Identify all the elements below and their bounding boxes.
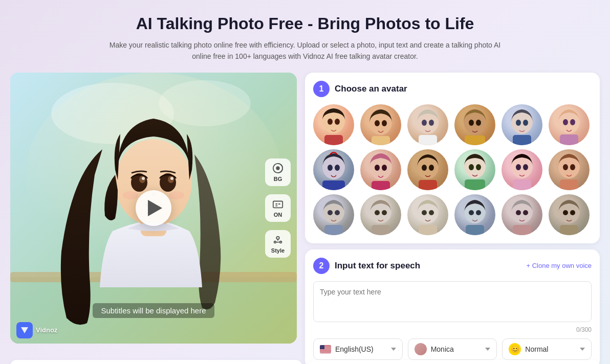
svg-point-84 — [476, 210, 481, 215]
avatar-2[interactable] — [360, 104, 401, 145]
avatar-1[interactable] — [313, 104, 354, 145]
avatar-15-img — [407, 194, 448, 235]
emotion-dropdown[interactable]: 😊 Normal — [502, 338, 592, 360]
avatar-3[interactable] — [407, 104, 448, 145]
language-dropdown[interactable]: English(US) — [313, 338, 403, 360]
svg-point-80 — [429, 210, 434, 215]
vidnoz-logo-icon — [19, 325, 30, 335]
svg-point-34 — [464, 109, 486, 134]
avatar-5[interactable] — [502, 104, 542, 145]
avatar-6-img — [549, 104, 590, 145]
svg-point-21 — [280, 241, 282, 243]
avatar-12[interactable] — [549, 149, 590, 190]
emotion-icon: 😊 — [509, 343, 521, 355]
steps-panel: 1 Choose an avatar — [305, 73, 600, 352]
avatar-16-img — [454, 194, 495, 235]
svg-point-19 — [276, 236, 279, 239]
svg-rect-49 — [322, 180, 345, 190]
avatar-15[interactable] — [407, 194, 448, 235]
avatar-18-img — [549, 194, 590, 235]
bg-icon — [272, 163, 284, 174]
avatar-7-img — [313, 149, 354, 190]
bg-label: BG — [274, 176, 282, 182]
svg-point-64 — [523, 164, 528, 170]
svg-point-28 — [382, 120, 387, 126]
play-button[interactable] — [136, 190, 171, 226]
avatar-14-img — [360, 194, 401, 235]
svg-point-83 — [469, 210, 474, 215]
avatar-4-img — [454, 104, 495, 145]
char-count: 0/300 — [313, 326, 592, 333]
cc-control-btn[interactable]: ON — [265, 194, 291, 222]
clone-voice-button[interactable]: + Clone my own voice — [526, 262, 592, 269]
us-flag — [320, 345, 331, 353]
avatar-10[interactable] — [454, 149, 495, 190]
svg-point-87 — [516, 210, 521, 215]
svg-point-20 — [274, 241, 276, 243]
avatar-9-img — [407, 149, 448, 190]
avatar-7[interactable] — [313, 149, 354, 190]
avatar-17[interactable] — [502, 194, 542, 235]
svg-rect-98 — [320, 349, 331, 350]
voice-dropdown[interactable]: Monica — [408, 338, 497, 360]
svg-point-44 — [570, 119, 575, 125]
language-chevron — [391, 348, 396, 351]
svg-point-23 — [328, 119, 333, 125]
logo-icon — [16, 322, 33, 338]
unlock-voice-card[interactable]: ⭐ PRO Unlock voice limits — [308, 360, 600, 364]
svg-point-72 — [335, 210, 340, 215]
bg-control-btn[interactable]: BG — [265, 158, 291, 186]
speech-text-input[interactable] — [313, 281, 592, 322]
avatar-12-img — [549, 149, 590, 190]
svg-point-48 — [335, 165, 340, 171]
svg-point-68 — [570, 164, 575, 170]
logo-text: Vidnoz — [36, 326, 57, 334]
svg-point-59 — [469, 164, 474, 170]
subtitles-bar: Subtitles will be displayed here — [10, 303, 297, 318]
svg-point-13 — [170, 177, 173, 180]
svg-rect-57 — [419, 180, 437, 190]
avatar-4[interactable] — [454, 104, 495, 145]
style-control-btn[interactable]: Style — [265, 230, 291, 258]
avatar-17-img — [502, 194, 542, 235]
svg-point-63 — [516, 164, 521, 170]
svg-rect-25 — [324, 135, 343, 145]
logo-watermark: Vidnoz — [16, 322, 57, 338]
step1-number: 1 — [313, 81, 330, 97]
cc-icon — [272, 198, 284, 210]
svg-point-36 — [476, 120, 481, 126]
avatar-14[interactable] — [360, 194, 401, 235]
avatar-13[interactable] — [313, 194, 354, 235]
avatar-13-img — [313, 194, 354, 235]
voice-value: Monica — [431, 345, 482, 353]
remove-watermark-card[interactable]: ⭐ PRO Remove watermark — [10, 360, 302, 364]
avatar-3-img — [407, 104, 448, 145]
emotion-emoji: 😊 — [511, 345, 519, 353]
avatar-8[interactable] — [360, 149, 401, 190]
avatar-6[interactable] — [549, 104, 590, 145]
svg-point-17 — [276, 167, 279, 170]
svg-point-88 — [523, 210, 528, 215]
avatar-grid-wrapper[interactable] — [313, 104, 592, 235]
avatar-16[interactable] — [454, 194, 495, 235]
svg-rect-45 — [560, 134, 578, 145]
avatar-9[interactable] — [407, 149, 448, 190]
svg-point-71 — [328, 210, 333, 215]
svg-rect-89 — [513, 225, 531, 235]
style-label: Style — [271, 247, 285, 254]
svg-point-27 — [375, 120, 380, 126]
svg-rect-85 — [466, 225, 484, 235]
voice-avatar-mini — [415, 343, 427, 355]
svg-point-55 — [422, 165, 427, 171]
svg-point-91 — [563, 210, 568, 215]
svg-rect-93 — [560, 225, 578, 235]
page-subtitle: Make your realistic talking photo online… — [105, 39, 505, 62]
avatar-11[interactable] — [502, 149, 542, 190]
style-icon — [272, 234, 284, 245]
step1-header: 1 Choose an avatar — [313, 81, 592, 97]
svg-point-47 — [328, 165, 333, 171]
svg-point-31 — [422, 120, 427, 126]
dropdowns-row: English(US) Monica 😊 Normal — [313, 338, 592, 360]
subtitles-text: Subtitles will be displayed here — [93, 303, 214, 318]
avatar-18[interactable] — [549, 194, 590, 235]
